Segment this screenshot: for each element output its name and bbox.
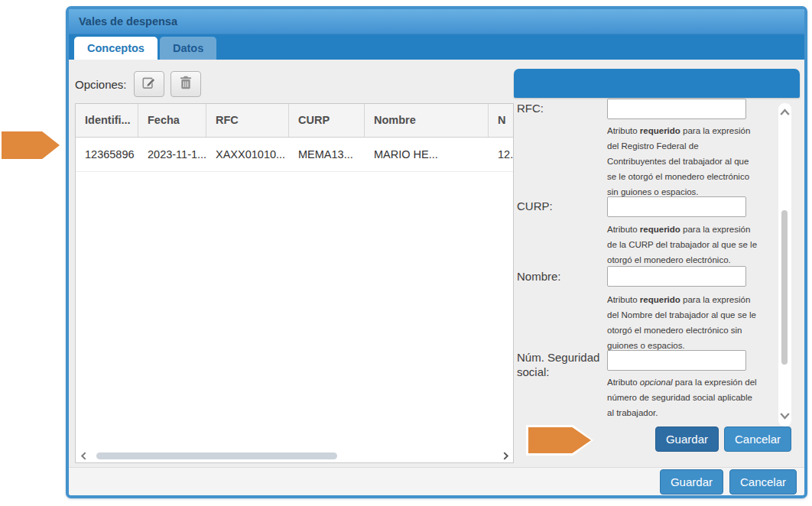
- tab-conceptos[interactable]: Conceptos: [74, 37, 158, 60]
- nombre-help-text: Atributo requerido para la expresión del…: [607, 292, 758, 353]
- table-cell: XAXX01010...: [206, 138, 289, 171]
- pencil-icon: [142, 76, 156, 92]
- column-header: Fecha: [138, 104, 206, 137]
- table-cell: 12365896: [76, 138, 138, 171]
- column-header: CURP: [289, 104, 365, 137]
- edit-button[interactable]: [134, 71, 164, 97]
- options-toolbar: Opciones:: [75, 70, 207, 98]
- trash-icon: [180, 76, 192, 92]
- vertical-scrollbar[interactable]: [778, 103, 791, 427]
- vertical-scroll-thumb[interactable]: [781, 210, 788, 365]
- edit-concepto-panel: RFC:Atributo requerido para la expresión…: [514, 69, 800, 468]
- column-header: N: [489, 104, 514, 137]
- rfc-help-text: Atributo requerido para la expresión del…: [607, 123, 758, 199]
- rfc-label: RFC:: [517, 101, 603, 115]
- footer-save-button[interactable]: Guardar: [660, 469, 723, 495]
- annotation-arrow-row: [2, 131, 60, 159]
- column-header: Identifi...: [76, 104, 138, 137]
- table-cell: 2023-11-1...: [138, 138, 206, 171]
- horizontal-scrollbar[interactable]: [78, 450, 511, 462]
- scroll-up-icon[interactable]: [779, 106, 791, 120]
- horizontal-scroll-thumb[interactable]: [96, 452, 337, 459]
- table-cell: MEMA13...: [289, 138, 365, 171]
- panel-cancel-button[interactable]: Cancelar: [724, 427, 791, 452]
- rfc-input[interactable]: [607, 99, 746, 119]
- page-background: { "colors": { "accent_blue": "#2581c4", …: [0, 0, 812, 506]
- panel-header-bar: [514, 69, 800, 98]
- num-seguridad-social-label: Núm. Seguridad social:: [517, 350, 603, 379]
- table-header-row: Identifi...FechaRFCCURPNombreN: [76, 104, 514, 138]
- table-cell: MARIO HE...: [365, 138, 489, 171]
- scroll-down-icon[interactable]: [779, 410, 791, 423]
- scroll-right-icon[interactable]: [500, 451, 511, 462]
- nombre-label: Nombre:: [517, 269, 603, 284]
- vales-de-despensa-dialog: Vales de despensa ConceptosDatos Opcione…: [66, 6, 807, 498]
- conceptos-table: Identifi...FechaRFCCURPNombreN 123658962…: [75, 103, 514, 463]
- panel-save-button[interactable]: Guardar: [655, 427, 719, 452]
- options-label: Opciones:: [75, 78, 127, 91]
- tab-bar: ConceptosDatos: [69, 34, 804, 60]
- dialog-footer: Guardar Cancelar: [69, 467, 804, 495]
- curp-input[interactable]: [607, 196, 746, 217]
- annotation-arrow-save: [526, 425, 593, 456]
- num-seguridad-social-input[interactable]: [607, 350, 746, 371]
- dialog-title: Vales de despensa: [69, 9, 804, 34]
- table-cell: 12...: [489, 138, 514, 171]
- curp-label: CURP:: [517, 199, 603, 213]
- column-header: Nombre: [365, 104, 489, 137]
- nombre-input[interactable]: [607, 266, 746, 287]
- num-seguridad-social-help-text: Atributo opcional para la expresión del …: [607, 375, 758, 420]
- delete-button[interactable]: [171, 71, 201, 97]
- footer-cancel-button[interactable]: Cancelar: [729, 469, 797, 495]
- column-header: RFC: [206, 104, 289, 137]
- table-row[interactable]: 123658962023-11-1...XAXX01010...MEMA13..…: [76, 138, 514, 172]
- curp-help-text: Atributo requerido para la expresión de …: [607, 222, 758, 268]
- scroll-left-icon[interactable]: [78, 451, 89, 462]
- tab-datos[interactable]: Datos: [160, 37, 216, 60]
